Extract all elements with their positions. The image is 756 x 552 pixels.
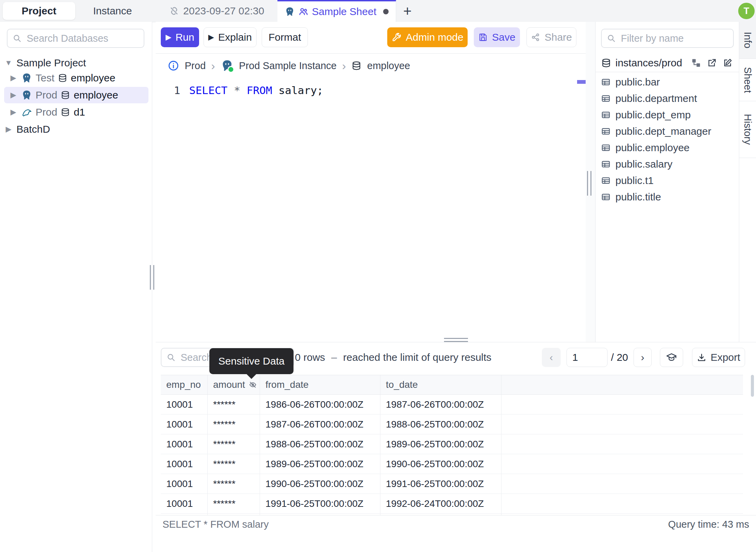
- tree-node-prod-d1[interactable]: ▶ Prod d1: [4, 104, 148, 120]
- cell-amount-masked: ******: [208, 494, 260, 513]
- table-list-item[interactable]: public.employee: [596, 140, 739, 156]
- table-list-item[interactable]: public.bar: [596, 74, 739, 90]
- save-button[interactable]: Save: [474, 27, 520, 47]
- eye-off-icon[interactable]: [248, 380, 257, 389]
- results-scrollbar[interactable]: [751, 375, 754, 397]
- editor-tab-timestamp[interactable]: 2023-09-27 02:30: [156, 0, 278, 22]
- table-list-item[interactable]: public.salary: [596, 156, 739, 172]
- table-list-item[interactable]: public.title: [596, 189, 739, 205]
- tab-project[interactable]: Project: [3, 2, 75, 20]
- side-tab-sheet[interactable]: Sheet: [739, 59, 756, 101]
- cell-from-date: 1989-06-25T00:00:00Z: [260, 454, 380, 474]
- results-splitter[interactable]: [444, 338, 468, 342]
- prev-page-button[interactable]: ‹: [542, 348, 561, 367]
- table-list-item[interactable]: public.t1: [596, 172, 739, 189]
- side-tab-info[interactable]: Info: [739, 22, 756, 59]
- format-label: Format: [269, 31, 301, 43]
- cell-emp-no: 10001: [161, 474, 208, 494]
- info-icon[interactable]: [168, 60, 179, 71]
- column-header-to-date[interactable]: to_date: [380, 375, 501, 394]
- caret-right-icon[interactable]: ▶: [9, 74, 18, 82]
- admin-mode-button[interactable]: Admin mode: [387, 27, 468, 47]
- cell-amount-masked: ******: [208, 395, 260, 414]
- editor-toolbar: ▶ Run ▶ Explain Format Admin mode Save: [156, 22, 586, 54]
- run-button[interactable]: ▶ Run: [161, 27, 199, 47]
- tree-node-batchd[interactable]: ▶ BatchD: [4, 121, 148, 137]
- database-sidebar: ▼ Sample Project ▶ Test employee ▶: [0, 22, 152, 552]
- avatar[interactable]: T: [738, 3, 755, 19]
- code-line[interactable]: 1 SELECT * FROM salary;: [156, 84, 323, 96]
- editor-tab-sample-sheet-label: Sample Sheet: [312, 6, 376, 17]
- play-icon: ▶: [208, 33, 214, 42]
- column-header-filler: [501, 375, 743, 394]
- tab-instance[interactable]: Instance: [76, 2, 149, 20]
- format-button[interactable]: Format: [262, 27, 308, 47]
- sql-editor[interactable]: 1 SELECT * FROM salary;: [156, 78, 577, 337]
- editor-minimap[interactable]: [577, 78, 586, 337]
- rows-count: 0 rows: [295, 352, 325, 363]
- project-label: BatchD: [16, 123, 50, 135]
- table-name: public.dept_manager: [615, 126, 711, 137]
- table-row[interactable]: 10001 ****** 1988-06-25T00:00:00Z 1989-0…: [161, 434, 743, 454]
- schema-diagram-icon[interactable]: [690, 57, 702, 69]
- download-icon: [697, 353, 706, 362]
- table-row[interactable]: 10001 ****** 1990-06-25T00:00:00Z 1991-0…: [161, 474, 743, 494]
- table-row[interactable]: 10001 ****** 1989-06-25T00:00:00Z 1990-0…: [161, 454, 743, 474]
- external-link-icon[interactable]: [706, 57, 718, 69]
- caret-down-icon[interactable]: ▼: [4, 58, 13, 67]
- learn-button[interactable]: [660, 348, 683, 367]
- export-button[interactable]: Export: [692, 348, 745, 367]
- cell-to-date: 1987-06-26T00:00:00Z: [380, 395, 501, 414]
- column-header-from-date[interactable]: from_date: [260, 375, 380, 394]
- search-icon: [166, 353, 176, 362]
- filter-input[interactable]: [620, 32, 728, 44]
- explain-button[interactable]: ▶ Explain: [204, 27, 257, 47]
- breadcrumb-env[interactable]: Prod: [185, 60, 206, 71]
- rows-info: 0 rows – reached the limit of query resu…: [295, 348, 492, 367]
- table-list-item[interactable]: public.dept_manager: [596, 123, 739, 140]
- caret-right-icon[interactable]: ▶: [9, 108, 18, 117]
- column-header-label: amount: [213, 379, 245, 390]
- table-row[interactable]: 10001 ****** 1987-06-26T00:00:00Z 1988-0…: [161, 415, 743, 434]
- table-row[interactable]: 10001 ****** 1986-06-26T00:00:00Z 1987-0…: [161, 395, 743, 415]
- editor-tab-timestamp-label: 2023-09-27 02:30: [183, 5, 264, 17]
- editor-tab-sample-sheet[interactable]: Sample Sheet: [277, 0, 396, 22]
- table-icon: [601, 192, 611, 202]
- schema-panel: instances/prod publ: [595, 22, 739, 342]
- page-input[interactable]: [566, 348, 608, 367]
- postgresql-icon: [221, 59, 234, 72]
- table-list-item[interactable]: public.dept_emp: [596, 107, 739, 123]
- sql-keyword: FROM: [247, 84, 272, 96]
- save-icon: [478, 32, 488, 42]
- next-page-button[interactable]: ›: [634, 348, 652, 367]
- database-search[interactable]: [7, 29, 144, 48]
- cell-amount-masked: ******: [208, 415, 260, 434]
- table-list-item[interactable]: public.department: [596, 90, 739, 107]
- breadcrumb-database[interactable]: employee: [367, 60, 410, 71]
- tree-node-sample-project[interactable]: ▼ Sample Project: [4, 55, 148, 71]
- sql-star: *: [234, 84, 240, 96]
- database-search-input[interactable]: [26, 32, 139, 44]
- tree-node-prod-employee[interactable]: ▶ Prod employee: [4, 87, 148, 103]
- sql-text: salary;: [278, 84, 323, 96]
- column-header-emp-no[interactable]: emp_no: [161, 375, 208, 394]
- table-row[interactable]: 10001 ****** 1991-06-25T00:00:00Z 1992-0…: [161, 494, 743, 514]
- edit-icon[interactable]: [722, 57, 733, 69]
- line-number: 1: [156, 84, 189, 96]
- tree-node-test-employee[interactable]: ▶ Test employee: [4, 70, 148, 86]
- right-panel-splitter[interactable]: [587, 171, 591, 196]
- caret-right-icon[interactable]: ▶: [4, 125, 13, 134]
- caret-right-icon[interactable]: ▶: [9, 91, 18, 100]
- cell-emp-no: 10001: [161, 454, 208, 474]
- breadcrumb-instance[interactable]: Prod Sample Instance: [239, 60, 337, 71]
- side-tab-history[interactable]: History: [739, 101, 756, 158]
- filter-box[interactable]: [601, 29, 734, 48]
- table-icon: [601, 159, 611, 169]
- admin-mode-label: Admin mode: [406, 31, 463, 43]
- share-button[interactable]: Share: [526, 27, 576, 47]
- sidebar-splitter[interactable]: [150, 265, 154, 290]
- new-tab-button[interactable]: +: [400, 3, 415, 19]
- table-icon: [601, 77, 611, 87]
- graduation-cap-icon: [666, 352, 677, 363]
- rows-note: reached the limit of query results: [343, 352, 492, 363]
